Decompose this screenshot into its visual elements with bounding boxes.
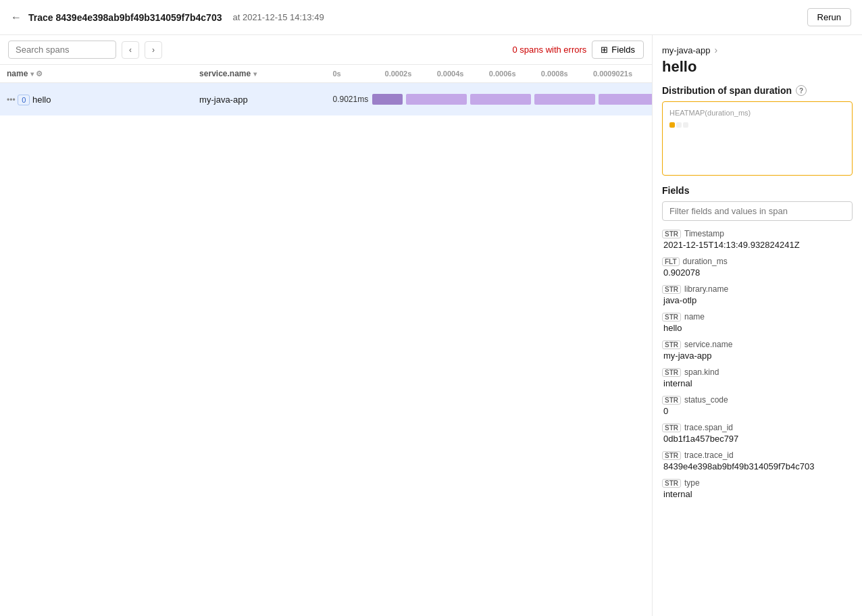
field-type-badge: STR [662,479,681,488]
duration-label: 0.9021ms [332,95,368,104]
distribution-section-title: Distribution of span duration ? [662,85,853,96]
field-value: my-java-app [662,351,853,361]
field-label-row: FLTduration_ms [662,257,853,266]
field-key: trace.trace_id [684,451,734,460]
field-type-badge: STR [662,340,681,349]
heatmap-visual [669,122,845,128]
heatmap-label: HEATMAP(duration_ms) [669,109,845,117]
spans-table: name ▾ ⚙ service.name ▾ 0s 0.0002s [0,65,652,116]
heatmap-col-2 [676,122,682,128]
field-value: 8439e4e398ab9bf49b314059f7b4c703 [662,461,853,471]
span-bar-5 [599,94,652,105]
heatmap-col-3 [683,122,688,128]
field-value: 0db1f1a457bec797 [662,434,853,444]
field-label-row: STRtrace.span_id [662,423,853,432]
page-header: ← Trace 8439e4e398ab9bf49b314059f7b4c703… [0,0,862,35]
expand-dots[interactable]: ••• [7,95,16,105]
field-value: 2021-12-15T14:13:49.932824241Z [662,240,853,250]
field-type-badge: STR [662,451,681,460]
heatmap-dot [669,122,675,128]
field-type-badge: STR [662,424,681,432]
field-value: java-otlp [662,295,853,305]
field-label-row: STRstatus_code [662,395,853,405]
field-key: library.name [684,284,728,294]
field-value: internal [662,378,853,388]
timeline-cell: 0.9021ms [326,83,652,116]
field-type-badge: FLT [662,257,680,266]
field-item: STRstatus_code0 [662,395,853,416]
field-value: internal [662,489,853,499]
search-input[interactable] [8,41,116,59]
left-panel: ‹ › 0 spans with errors ⊞ Fields name ▾ … [0,35,653,616]
rerun-button[interactable]: Rerun [807,8,851,26]
field-type-badge: STR [662,285,681,294]
field-type-badge: STR [662,313,681,322]
fields-list: STRTimestamp2021-12-15T14:13:49.93282424… [662,229,853,499]
trace-id-label: Trace 8439e4e398ab9bf49b314059f7b4c703 [28,12,222,23]
heatmap-container: HEATMAP(duration_ms) [662,101,853,176]
field-item: STRservice.namemy-java-app [662,340,853,361]
service-sort-icon[interactable]: ▾ [253,70,257,78]
span-name: hello [32,95,51,105]
trace-timestamp: at 2021-12-15 14:13:49 [232,12,324,22]
span-bar-4 [534,94,595,105]
tick-5: 0.0009021s [593,70,645,78]
span-bars [372,93,645,106]
filter-fields-input[interactable] [662,201,853,221]
field-label-row: STRTimestamp [662,229,853,238]
spans-table-container: name ▾ ⚙ service.name ▾ 0s 0.0002s [0,65,652,616]
field-item: STRtrace.trace_id8439e4e398ab9bf49b31405… [662,451,853,471]
heatmap-col-1 [669,122,675,128]
field-key: service.name [684,340,732,349]
heatmap-dot [676,122,682,128]
field-item: STRnamehello [662,312,853,333]
fields-section-title: Fields [662,185,853,196]
field-key: Timestamp [684,229,724,238]
field-label-row: STRtype [662,478,853,488]
table-row[interactable]: ••• 0 hello my-java-app 0.9021ms [0,83,652,116]
field-label-row: STRlibrary.name [662,284,853,294]
right-panel: my-java-app › hello Distribution of span… [653,35,862,616]
field-key: duration_ms [683,257,728,266]
nav-prev-button[interactable]: ‹ [122,41,139,59]
col-header-service: service.name ▾ [193,65,326,83]
nav-next-button[interactable]: › [145,41,162,59]
main-layout: ‹ › 0 spans with errors ⊞ Fields name ▾ … [0,35,862,616]
field-item: STRtrace.span_id0db1f1a457bec797 [662,423,853,444]
span-name-cell: ••• 0 hello [0,83,193,116]
field-type-badge: STR [662,396,681,405]
field-item: FLTduration_ms0.902078 [662,257,853,278]
service-name-cell: my-java-app [193,83,326,116]
field-key: name [684,312,705,322]
field-label-row: STRname [662,312,853,322]
fields-button-label: Fields [611,45,635,55]
tick-0: 0s [332,70,384,78]
field-key: trace.span_id [684,423,733,432]
field-value: hello [662,323,853,333]
fields-section: Fields STRTimestamp2021-12-15T14:13:49.9… [662,185,853,506]
fields-button[interactable]: ⊞ Fields [592,41,644,59]
field-type-badge: STR [662,230,681,238]
field-key: status_code [684,395,728,405]
timeline-ticks: 0s 0.0002s 0.0004s 0.0006s 0.0008s 0.000… [332,70,645,78]
fields-icon: ⊞ [601,45,608,55]
col-header-timeline: 0s 0.0002s 0.0004s 0.0006s 0.0008s 0.000… [326,65,652,83]
tick-2: 0.0004s [437,70,489,78]
filter-icon[interactable]: ⚙ [36,70,43,78]
span-count-badge: 0 [18,95,30,105]
span-bar-2 [406,94,467,105]
field-type-badge: STR [662,368,681,377]
field-label-row: STRspan.kind [662,367,853,377]
back-button[interactable]: ← [11,11,22,24]
field-value: 0.902078 [662,267,853,278]
tick-3: 0.0006s [489,70,541,78]
heatmap-dot [683,122,688,128]
sort-icon[interactable]: ▾ [30,70,34,78]
tick-1: 0.0002s [385,70,437,78]
help-icon[interactable]: ? [796,85,807,96]
app-name-label: my-java-app [662,45,711,55]
error-count-label: 0 spans with errors [512,45,586,55]
table-header-row: name ▾ ⚙ service.name ▾ 0s 0.0002s [0,65,652,83]
fields-title-text: Fields [662,185,689,196]
timeline-bar-area: 0.9021ms [332,87,645,111]
